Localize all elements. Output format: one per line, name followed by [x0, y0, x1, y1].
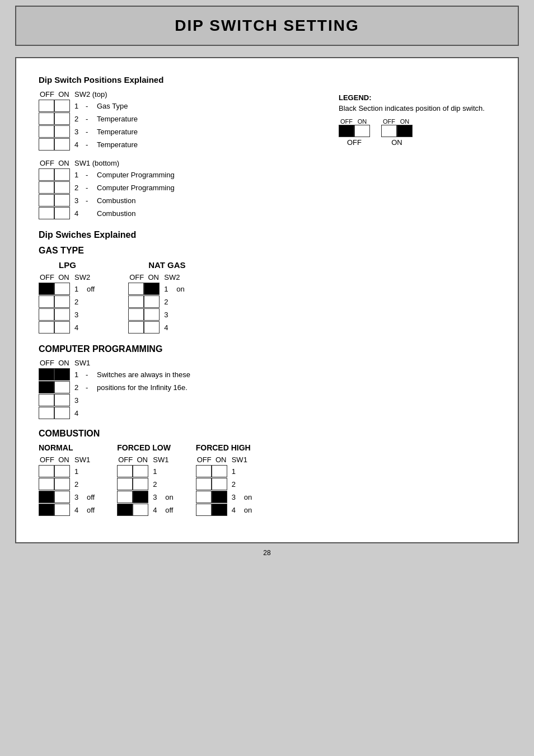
fh-row3-num: 3: [232, 493, 240, 501]
fl-row1-num: 1: [153, 467, 161, 476]
section1-title: Dip Switch Positions Explained: [39, 75, 495, 84]
legend-box: LEGEND: Black Section indicates position…: [339, 93, 495, 147]
combustion-title: COMBUSTION: [39, 429, 495, 439]
normal-off-label: OFF: [39, 456, 55, 464]
cp-row2-dash: -: [86, 383, 93, 392]
cp-row1-num: 1: [74, 370, 82, 379]
normal-sw-label: SW1: [74, 456, 90, 464]
sw1-off-label: OFF: [39, 159, 55, 167]
forced-high-on-label: ON: [213, 456, 229, 464]
cp-row1: 1 - Switches are always in these: [39, 368, 190, 381]
lpg-row2-num: 2: [74, 298, 82, 306]
fl-row2-on: [133, 478, 148, 490]
legend-description: Black Section indicates position of dip …: [339, 104, 495, 112]
sw1-on-label: ON: [55, 159, 72, 167]
normal-label-row: OFF ON SW1: [39, 456, 95, 464]
legend-row: OFF ON OFF OFF ON: [339, 118, 495, 147]
cp-row1-on: [54, 368, 70, 381]
natgas-row4-num: 4: [164, 323, 172, 332]
lpg-row4-on: [54, 321, 70, 334]
dip-left-1: OFF ON SW2 (top) 1 - Gas Type: [39, 90, 316, 220]
comp-prog-on-label: ON: [55, 359, 72, 367]
comp-prog-sw-label: SW1: [74, 359, 90, 367]
comp-prog-content: OFF ON SW1 1 - Switches are always in th…: [39, 359, 495, 420]
normal-grid: 1 2 3 off: [39, 465, 95, 516]
forced-high-label: FORCED HIGH: [196, 443, 252, 452]
dip-area-1: OFF ON SW2 (top) 1 - Gas Type: [39, 90, 495, 220]
sw2-row3-on: [54, 125, 70, 138]
normal-row2-off: [39, 478, 54, 490]
normal-row4-on: [54, 504, 70, 516]
fh-row1-on: [212, 465, 227, 477]
lpg-row3: 3: [39, 308, 95, 321]
normal-row2-num: 2: [74, 480, 82, 489]
natgas-row1-off: [128, 283, 144, 295]
lpg-row4-num: 4: [74, 323, 82, 332]
sw2-row4-num: 4: [74, 140, 82, 149]
lpg-row1-on: [54, 283, 70, 295]
sw1-row4-dash: [86, 209, 93, 218]
sw1-row2-dash: -: [86, 184, 93, 192]
sw1-row4-off: [39, 207, 54, 219]
lpg-row4-off: [39, 321, 54, 334]
sw1-row3-num: 3: [74, 196, 82, 205]
legend-off-onlabel: ON: [354, 118, 370, 125]
natgas-row1: 1 on: [128, 283, 185, 295]
sw1-grid: 1 - Computer Programming 2 - Computer Pr…: [39, 168, 316, 220]
fl-row4: 4 off: [117, 504, 173, 516]
natgas-label: NAT GAS: [148, 260, 185, 270]
sw2-row4-on: [54, 138, 70, 151]
normal-row4-status: off: [87, 506, 95, 514]
fl-row2-off: [117, 478, 133, 490]
fl-row3-status: on: [165, 493, 173, 501]
sw2-row2: 2 - Temperature: [39, 112, 316, 125]
combustion-row: NORMAL OFF ON SW1 1 2: [39, 443, 495, 516]
sw2-grid: 1 - Gas Type 2 - Temperature 3: [39, 100, 316, 151]
forced-low-sw-label: SW1: [153, 456, 168, 464]
fl-row3-on: [133, 491, 148, 503]
sw2-row1-on: [54, 100, 70, 112]
sw2-row4-dash: -: [86, 140, 93, 149]
natgas-grid: 1 on 2 3: [128, 283, 185, 334]
natgas-row3-num: 3: [164, 311, 172, 319]
natgas-row3-on: [144, 308, 160, 321]
fh-row3-status: on: [244, 493, 252, 501]
normal-row4: 4 off: [39, 504, 95, 516]
forced-low-label: FORCED LOW: [117, 443, 173, 452]
normal-row3-on: [54, 491, 70, 503]
sw2-label-row: OFF ON SW2 (top): [39, 90, 316, 98]
sw2-row2-label: Temperature: [97, 115, 138, 123]
comp-prog-off-label: OFF: [39, 359, 55, 367]
section2-title: Dip Swiches Explained: [39, 230, 495, 240]
sw2-row4: 4 - Temperature: [39, 138, 316, 151]
sw1-row1-dash: -: [86, 171, 93, 179]
cp-row3-on: [54, 394, 70, 406]
lpg-row1-num: 1: [74, 285, 82, 293]
lpg-row2-off: [39, 295, 54, 308]
forced-high-item: FORCED HIGH OFF ON SW1 1 2: [196, 443, 252, 516]
gas-type-section: GAS TYPE LPG OFF ON SW2 1 off: [39, 246, 495, 334]
fl-row4-num: 4: [153, 506, 161, 514]
sw2-row3-off: [39, 125, 54, 138]
fl-row3-num: 3: [153, 493, 161, 501]
fl-row2: 2: [117, 478, 173, 490]
sw1-row2-label: Computer Programming: [97, 184, 175, 192]
sw1-row2: 2 - Computer Programming: [39, 181, 316, 194]
legend-on-cell2: [397, 125, 413, 137]
fl-row1-off: [117, 465, 133, 477]
lpg-item: LPG OFF ON SW2 1 off 2: [39, 260, 95, 334]
legend-off-item: OFF ON OFF: [339, 118, 370, 147]
lpg-row1: 1 off: [39, 283, 95, 295]
legend-on-item: OFF ON ON: [381, 118, 413, 147]
fh-row4-off: [196, 504, 212, 516]
normal-row3-off: [39, 491, 54, 503]
sw1-row2-off: [39, 181, 54, 194]
comp-prog-switch-area: OFF ON SW1 1 - Switches are always in th…: [39, 359, 190, 420]
natgas-row1-on: [144, 283, 160, 295]
sw1-row4-label: Combustion: [97, 209, 135, 218]
lpg-row3-on: [54, 308, 70, 321]
comp-prog-label-row: OFF ON SW1: [39, 359, 190, 367]
normal-row3-status: off: [87, 493, 95, 501]
normal-item: NORMAL OFF ON SW1 1 2: [39, 443, 95, 516]
lpg-row4: 4: [39, 321, 95, 334]
